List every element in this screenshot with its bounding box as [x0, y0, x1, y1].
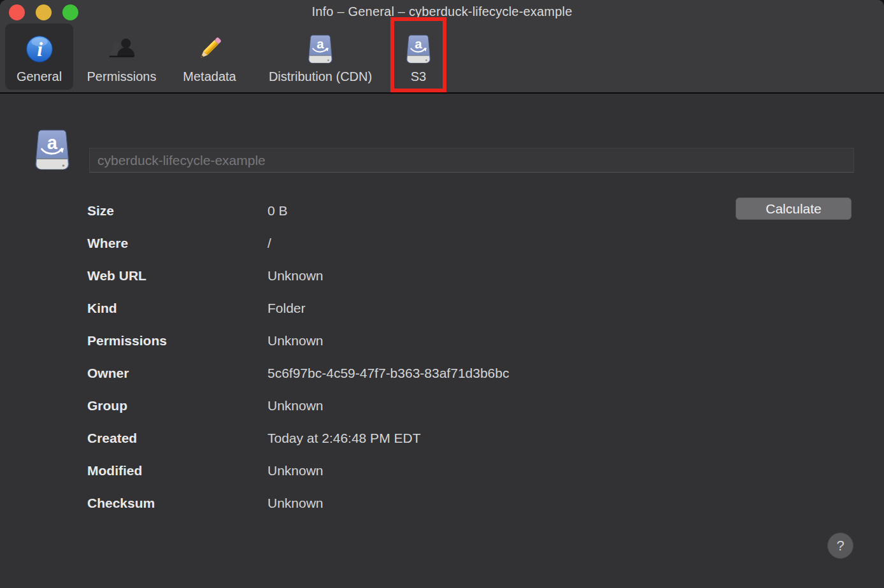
help-button[interactable]: ?	[827, 533, 853, 559]
svg-text:a: a	[317, 37, 324, 51]
row-label: Kind	[87, 292, 267, 324]
row-value: 0 B	[267, 203, 288, 218]
amazon-drive-icon: a	[305, 34, 336, 64]
tab-label: General	[17, 69, 62, 84]
amazon-drive-icon: a	[31, 128, 74, 171]
row-where: Where/	[87, 227, 724, 259]
window-chrome: Info – General – cyberduck-lifecycle-exa…	[0, 0, 884, 92]
row-checksum: ChecksumUnknown	[87, 487, 724, 519]
row-label: Checksum	[87, 487, 267, 519]
row-created: CreatedToday at 2:46:48 PM EDT	[87, 422, 724, 454]
svg-text:a: a	[47, 133, 58, 153]
amazon-drive-icon: a	[403, 34, 434, 64]
row-value: Folder	[267, 301, 306, 315]
svg-text:i: i	[37, 38, 43, 61]
tab-label: Distribution (CDN)	[269, 69, 372, 84]
row-label: Owner	[87, 357, 267, 389]
people-icon	[106, 34, 137, 64]
row-modified: ModifiedUnknown	[87, 454, 724, 487]
row-value: 5c6f97bc-4c59-47f7-b363-83af71d3b6bc	[267, 366, 509, 380]
tab-distribution-cdn[interactable]: a Distribution (CDN)	[250, 24, 390, 90]
row-value: /	[267, 236, 271, 250]
row-value: Unknown	[267, 496, 324, 510]
row-value: Unknown	[267, 333, 324, 348]
tab-permissions[interactable]: Permissions	[75, 24, 168, 90]
info-window: Info – General – cyberduck-lifecycle-exa…	[0, 0, 884, 588]
row-label: Created	[87, 422, 267, 454]
row-kind: KindFolder	[87, 292, 724, 324]
row-owner: Owner5c6f97bc-4c59-47f7-b363-83af71d3b6b…	[87, 357, 724, 389]
row-permissions: PermissionsUnknown	[87, 324, 724, 357]
tab-metadata[interactable]: Metadata	[171, 24, 248, 90]
row-web-url: Web URLUnknown	[87, 259, 724, 292]
svg-text:a: a	[415, 37, 422, 51]
row-label: Size	[87, 194, 267, 227]
tab-label: S3	[411, 69, 426, 84]
toolbar-separator	[0, 92, 884, 94]
row-value: Unknown	[267, 268, 324, 283]
pencil-icon	[194, 34, 225, 64]
calculate-button[interactable]: Calculate	[736, 197, 852, 220]
row-label: Where	[87, 227, 267, 259]
tab-label: Metadata	[183, 69, 236, 84]
window-title: Info – General – cyberduck-lifecycle-exa…	[0, 4, 884, 19]
row-label: Group	[87, 389, 267, 422]
tab-s3[interactable]: a S3	[395, 24, 442, 90]
row-label: Permissions	[87, 324, 267, 357]
info-rows: Size0 B Where/ Web URLUnknown KindFolder…	[87, 194, 724, 519]
filename-input[interactable]	[89, 148, 854, 173]
row-label: Web URL	[87, 259, 267, 292]
tab-general[interactable]: i General	[5, 24, 73, 90]
row-label: Modified	[87, 454, 267, 487]
row-group: GroupUnknown	[87, 389, 724, 422]
info-icon: i	[24, 34, 55, 64]
tab-label: Permissions	[87, 69, 157, 84]
row-value: Today at 2:46:48 PM EDT	[267, 431, 420, 445]
row-value: Unknown	[267, 463, 324, 478]
row-value: Unknown	[267, 398, 324, 413]
row-size: Size0 B	[87, 194, 724, 227]
